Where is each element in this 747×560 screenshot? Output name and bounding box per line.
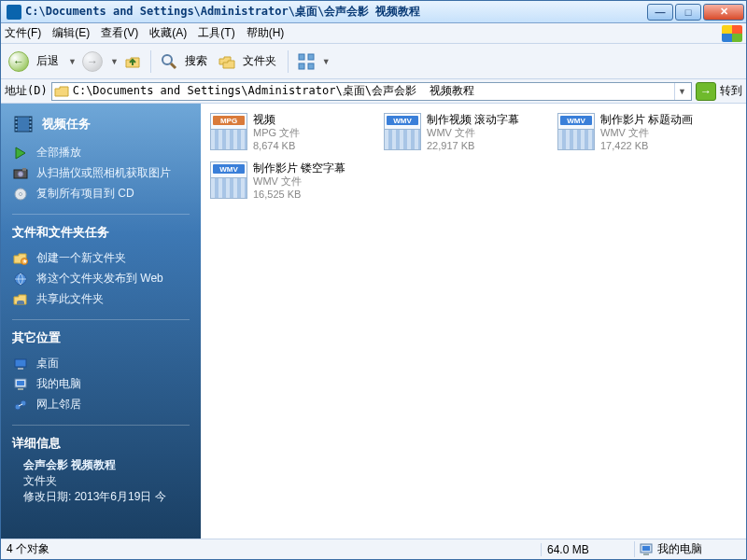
file-item-3[interactable]: WMV制作影片 镂空字幕WMV 文件16,525 KB: [208, 160, 382, 208]
menu-view[interactable]: 查看(V): [101, 25, 138, 41]
svg-rect-2: [299, 54, 304, 60]
video-file-icon: WMV: [210, 161, 247, 199]
menu-help[interactable]: 帮助(H): [247, 25, 285, 41]
cd-icon: [12, 187, 29, 202]
window-icon: [7, 5, 21, 20]
other-place-item-2[interactable]: 网上邻居: [12, 395, 190, 415]
toolbar: ← 后退 ▼ → ▼ 搜索 文件夹 ▼: [1, 44, 746, 79]
address-field[interactable]: ▼: [51, 82, 692, 101]
svg-rect-16: [30, 129, 32, 131]
minimize-button[interactable]: —: [647, 4, 673, 21]
menu-tools[interactable]: 工具(T): [198, 25, 234, 41]
file-task-item-1[interactable]: 将这个文件夹发布到 Web: [12, 269, 190, 289]
svg-rect-3: [308, 54, 314, 60]
details-header[interactable]: 详细信息: [12, 435, 190, 452]
explorer-window: C:\Documents and Settings\Administrator\…: [0, 0, 747, 560]
section-details: 详细信息 会声会影 视频教程 文件夹 修改日期: 2013年6月19日 今: [1, 435, 201, 504]
divider: [12, 425, 190, 426]
file-task-item-label: 创建一个新文件夹: [36, 251, 190, 266]
address-dropdown-icon[interactable]: ▼: [674, 83, 689, 100]
other-place-item-label: 桌面: [36, 357, 190, 371]
svg-rect-10: [16, 121, 18, 123]
folders-label: 文件夹: [243, 53, 276, 69]
addressbar: 地址(D) ▼ → 转到: [1, 79, 746, 104]
details-name: 会声会影 视频教程: [23, 457, 178, 473]
share-icon: [12, 292, 29, 307]
back-button[interactable]: ←: [5, 48, 33, 76]
address-input[interactable]: [73, 85, 674, 98]
views-dropdown-icon[interactable]: ▼: [322, 57, 331, 66]
file-name: 制作影片 标题动画: [600, 113, 727, 127]
menu-edit[interactable]: 编辑(E): [52, 25, 90, 41]
close-button[interactable]: ✕: [703, 4, 744, 21]
views-button[interactable]: [294, 49, 318, 74]
toolbar-separator: [150, 50, 151, 73]
up-button[interactable]: [120, 49, 145, 74]
status-size: 64.0 MB: [541, 543, 634, 556]
other-place-item-label: 网上邻居: [36, 398, 190, 413]
computer-icon: [639, 543, 654, 556]
other-places-title: 其它位置: [12, 329, 61, 346]
svg-rect-26: [15, 359, 26, 367]
file-size: 16,525 KB: [253, 189, 380, 202]
file-task-item-label: 共享此文件夹: [36, 292, 190, 307]
video-file-icon: WMV: [557, 113, 595, 150]
file-item-1[interactable]: WMV制作视频 滚动字幕WMV 文件22,917 KB: [382, 111, 556, 160]
svg-rect-12: [16, 129, 18, 131]
computer-icon: [12, 377, 29, 392]
svg-rect-36: [643, 553, 649, 555]
go-label: 转到: [720, 83, 742, 99]
status-count: 4 个对象: [1, 541, 541, 557]
file-list[interactable]: MPG视频MPG 文件8,674 KBWMV制作视频 滚动字幕WMV 文件22,…: [201, 104, 746, 539]
menu-favorites[interactable]: 收藏(A): [149, 25, 187, 41]
file-task-item-2[interactable]: 共享此文件夹: [12, 289, 190, 310]
svg-rect-35: [642, 546, 650, 551]
video-task-item-1[interactable]: 从扫描仪或照相机获取图片: [12, 163, 190, 184]
divider: [12, 214, 190, 215]
video-tasks-title: 视频任务: [42, 116, 91, 133]
back-dropdown-icon[interactable]: ▼: [68, 57, 77, 66]
svg-rect-30: [18, 388, 23, 390]
desktop-icon: [12, 357, 29, 371]
file-type: MPG 文件: [253, 127, 380, 140]
details-content: 会声会影 视频教程 文件夹 修改日期: 2013年6月19日 今: [12, 452, 190, 504]
forward-dropdown-icon[interactable]: ▼: [110, 57, 119, 66]
play-icon: [12, 146, 29, 161]
maximize-button[interactable]: □: [675, 4, 701, 21]
other-places-header[interactable]: 其它位置: [12, 329, 190, 346]
other-place-item-1[interactable]: 我的电脑: [12, 374, 190, 395]
svg-rect-29: [17, 381, 24, 385]
video-task-item-0[interactable]: 全部播放: [12, 143, 190, 163]
svg-rect-27: [18, 368, 23, 370]
file-name: 视频: [253, 113, 380, 127]
other-place-item-0[interactable]: 桌面: [12, 354, 190, 374]
file-type: WMV 文件: [253, 175, 380, 189]
file-task-item-0[interactable]: ★创建一个新文件夹: [12, 248, 190, 269]
video-task-item-2[interactable]: 复制所有项目到 CD: [12, 184, 190, 204]
window-title: C:\Documents and Settings\Administrator\…: [25, 4, 647, 20]
file-name: 制作影片 镂空字幕: [253, 161, 380, 175]
menubar: 文件(F) 编辑(E) 查看(V) 收藏(A) 工具(T) 帮助(H): [1, 23, 746, 44]
file-item-0[interactable]: MPG视频MPG 文件8,674 KB: [208, 111, 382, 160]
section-video-tasks: 视频任务 全部播放从扫描仪或照相机获取图片复制所有项目到 CD: [1, 113, 201, 204]
svg-rect-15: [30, 125, 32, 127]
svg-rect-14: [30, 121, 32, 123]
search-button[interactable]: [157, 49, 181, 74]
go-button[interactable]: →: [696, 82, 716, 101]
svg-point-22: [20, 193, 22, 196]
titlebar: C:\Documents and Settings\Administrator\…: [1, 1, 746, 23]
camera-icon: [12, 166, 29, 181]
divider: [12, 319, 190, 320]
video-task-item-label: 从扫描仪或照相机获取图片: [36, 166, 190, 181]
svg-rect-4: [299, 63, 304, 69]
svg-rect-20: [22, 168, 26, 171]
video-tasks-header[interactable]: 视频任务: [12, 113, 190, 135]
folders-button[interactable]: [215, 49, 239, 74]
file-task-item-label: 将这个文件夹发布到 Web: [36, 272, 190, 287]
file-item-2[interactable]: WMV制作影片 标题动画WMV 文件17,422 KB: [556, 111, 729, 160]
menu-file[interactable]: 文件(F): [5, 25, 41, 41]
file-name: 制作视频 滚动字幕: [427, 113, 554, 127]
file-tasks-header[interactable]: 文件和文件夹任务: [12, 224, 190, 241]
forward-button[interactable]: →: [78, 48, 106, 76]
back-label: 后退: [36, 53, 59, 69]
